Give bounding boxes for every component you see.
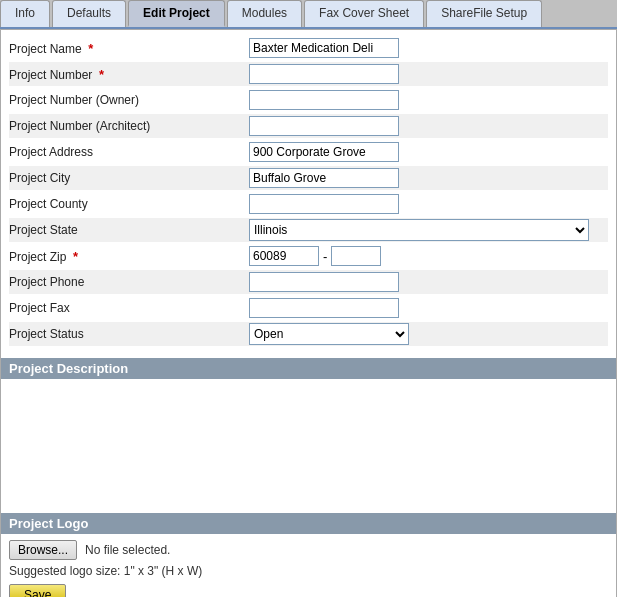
project-phone-input[interactable] — [249, 272, 399, 292]
project-city-input-col — [249, 168, 608, 188]
project-number-architect-input-col — [249, 116, 608, 136]
project-description-textarea[interactable] — [1, 379, 616, 509]
project-fax-row: Project Fax — [9, 296, 608, 320]
no-file-label: No file selected. — [85, 543, 170, 557]
project-number-architect-input[interactable] — [249, 116, 399, 136]
project-county-row: Project County — [9, 192, 608, 216]
project-status-select[interactable]: Open Closed Pending — [249, 323, 409, 345]
project-status-label: Project Status — [9, 327, 249, 341]
tab-modules[interactable]: Modules — [227, 0, 302, 27]
tab-edit-project[interactable]: Edit Project — [128, 0, 225, 27]
project-number-row: Project Number * — [9, 62, 608, 86]
project-county-input-col — [249, 194, 608, 214]
project-number-input-col — [249, 64, 608, 84]
project-number-architect-label: Project Number (Architect) — [9, 119, 249, 133]
project-state-input-col: Illinois Alabama Alaska Arizona Californ… — [249, 219, 608, 241]
browse-row: Browse... No file selected. — [9, 540, 608, 560]
zip-dash: - — [323, 249, 327, 264]
project-number-owner-input[interactable] — [249, 90, 399, 110]
project-zip-label: Project Zip * — [9, 249, 249, 264]
logo-section: Browse... No file selected. Suggested lo… — [1, 534, 616, 597]
project-fax-label: Project Fax — [9, 301, 249, 315]
project-name-label: Project Name * — [9, 41, 249, 56]
main-content: Project Name * Project Number * Project … — [0, 29, 617, 597]
project-logo-title: Project Logo — [9, 516, 88, 531]
save-button[interactable]: Save — [9, 584, 66, 597]
project-address-input[interactable] — [249, 142, 399, 162]
tab-defaults[interactable]: Defaults — [52, 0, 126, 27]
project-phone-row: Project Phone — [9, 270, 608, 294]
project-zip-main-input[interactable] — [249, 246, 319, 266]
required-marker3: * — [73, 249, 78, 264]
project-address-row: Project Address — [9, 140, 608, 164]
project-fax-input-col — [249, 298, 608, 318]
project-address-input-col — [249, 142, 608, 162]
project-state-row: Project State Illinois Alabama Alaska Ar… — [9, 218, 608, 242]
project-name-input-col — [249, 38, 608, 58]
project-county-input[interactable] — [249, 194, 399, 214]
project-county-label: Project County — [9, 197, 249, 211]
project-zip-input-col: - — [249, 246, 608, 266]
project-zip-ext-input[interactable] — [331, 246, 381, 266]
project-status-input-col: Open Closed Pending — [249, 323, 608, 345]
project-phone-label: Project Phone — [9, 275, 249, 289]
tab-bar: InfoDefaultsEdit ProjectModulesFax Cover… — [0, 0, 617, 29]
project-number-owner-input-col — [249, 90, 608, 110]
project-city-label: Project City — [9, 171, 249, 185]
required-marker2: * — [99, 67, 104, 82]
required-marker: * — [88, 41, 93, 56]
project-name-row: Project Name * — [9, 36, 608, 60]
project-state-select[interactable]: Illinois Alabama Alaska Arizona Californ… — [249, 219, 589, 241]
project-number-owner-row: Project Number (Owner) — [9, 88, 608, 112]
project-description-area[interactable] — [1, 379, 616, 509]
project-number-architect-row: Project Number (Architect) — [9, 114, 608, 138]
project-description-title: Project Description — [9, 361, 128, 376]
project-city-row: Project City — [9, 166, 608, 190]
tab-info[interactable]: Info — [0, 0, 50, 27]
project-zip-row: Project Zip * - — [9, 244, 608, 268]
project-number-input[interactable] — [249, 64, 399, 84]
project-address-label: Project Address — [9, 145, 249, 159]
browse-button[interactable]: Browse... — [9, 540, 77, 560]
suggested-size-text: Suggested logo size: 1" x 3" (H x W) — [9, 564, 608, 578]
project-logo-header: Project Logo — [1, 513, 616, 534]
project-state-label: Project State — [9, 223, 249, 237]
form-area: Project Name * Project Number * Project … — [1, 30, 616, 354]
project-city-input[interactable] — [249, 168, 399, 188]
tab-sharefile-setup[interactable]: ShareFile Setup — [426, 0, 542, 27]
project-description-header: Project Description — [1, 358, 616, 379]
project-phone-input-col — [249, 272, 608, 292]
project-number-label: Project Number * — [9, 67, 249, 82]
project-name-input[interactable] — [249, 38, 399, 58]
project-number-owner-label: Project Number (Owner) — [9, 93, 249, 107]
tab-fax-cover-sheet[interactable]: Fax Cover Sheet — [304, 0, 424, 27]
project-fax-input[interactable] — [249, 298, 399, 318]
project-status-row: Project Status Open Closed Pending — [9, 322, 608, 346]
